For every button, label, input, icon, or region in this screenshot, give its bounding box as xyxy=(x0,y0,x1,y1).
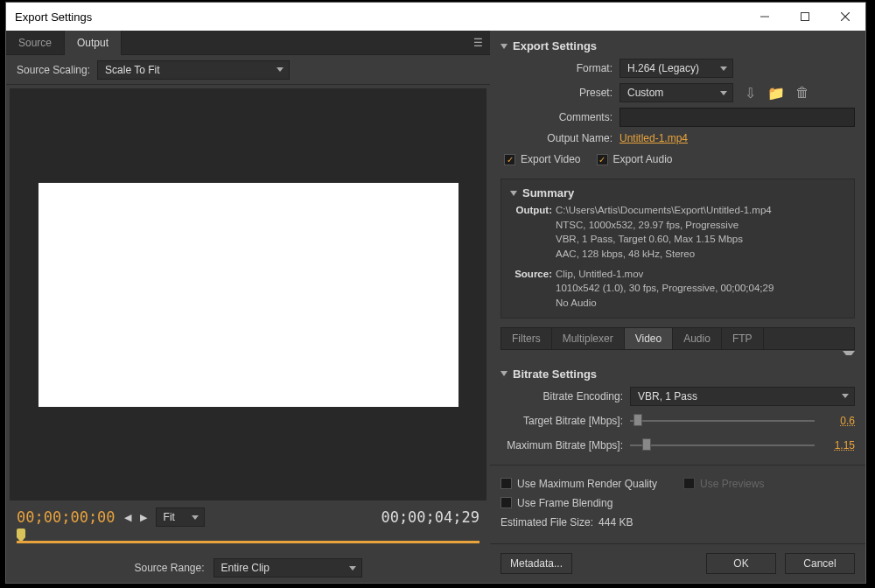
tab-multiplexer[interactable]: Multiplexer xyxy=(552,328,625,349)
footer: Metadata... OK Cancel xyxy=(490,543,865,583)
timecode-duration: 00;00;04;29 xyxy=(381,508,480,526)
comments-label: Comments: xyxy=(500,111,612,123)
tab-source[interactable]: Source xyxy=(6,31,65,55)
save-preset-icon[interactable]: ⇩ xyxy=(740,83,760,102)
summary-heading[interactable]: Summary xyxy=(510,186,845,203)
close-button[interactable] xyxy=(825,3,865,31)
cancel-button[interactable]: Cancel xyxy=(785,553,855,574)
preview-panel: Source Output ☰ Source Scaling: Scale To… xyxy=(6,31,490,583)
tab-video[interactable]: Video xyxy=(625,328,673,349)
format-dropdown[interactable]: H.264 (Legacy) xyxy=(620,59,733,78)
summary-output-path: C:\Users\Artis\Documents\Export\Untitled… xyxy=(556,203,845,218)
output-name-label: Output Name: xyxy=(500,132,612,144)
titlebar: Export Settings xyxy=(6,3,865,31)
export-settings-window: Export Settings Source Output ☰ Source S… xyxy=(5,2,866,584)
max-bitrate-slider[interactable] xyxy=(630,436,815,455)
preview-canvas xyxy=(38,183,458,407)
step-fwd-icon[interactable]: ▶ xyxy=(140,512,147,523)
source-scaling-label: Source Scaling: xyxy=(17,64,90,76)
tab-filters[interactable]: Filters xyxy=(501,328,552,349)
tab-ftp[interactable]: FTP xyxy=(722,328,764,349)
zoom-fit-dropdown[interactable]: Fit xyxy=(156,508,205,527)
summary-source: Clip, Untitled-1.mov xyxy=(556,267,845,282)
chevron-down-icon xyxy=(500,44,508,49)
scroll-up-icon[interactable] xyxy=(500,350,855,362)
use-previews-checkbox xyxy=(683,478,695,489)
bitrate-encoding-dropdown[interactable]: VBR, 1 Pass xyxy=(630,387,855,406)
summary-box: Summary Output:C:\Users\Artis\Documents\… xyxy=(500,178,855,318)
delete-preset-icon[interactable]: 🗑 xyxy=(793,83,812,102)
target-bitrate-label: Target Bitrate [Mbps]: xyxy=(500,415,623,427)
output-name-link[interactable]: Untitled-1.mp4 xyxy=(620,132,688,144)
max-bitrate-label: Maximum Bitrate [Mbps]: xyxy=(500,439,623,452)
minimize-button[interactable] xyxy=(745,3,785,31)
max-render-checkbox[interactable] xyxy=(500,478,512,489)
import-preset-icon[interactable]: 📁 xyxy=(766,83,786,102)
tab-output[interactable]: Output xyxy=(65,31,122,55)
format-label: Format: xyxy=(500,62,612,74)
maximize-button[interactable] xyxy=(785,3,825,31)
source-range-dropdown[interactable]: Entire Clip xyxy=(214,558,362,578)
export-audio-checkbox[interactable]: Export Audio xyxy=(597,150,673,169)
timecode-current[interactable]: 00;00;00;00 xyxy=(17,508,116,526)
export-video-checkbox[interactable]: Export Video xyxy=(504,150,581,169)
preview-area xyxy=(10,88,486,500)
chevron-down-icon xyxy=(500,371,508,376)
bitrate-encoding-label: Bitrate Encoding: xyxy=(500,390,623,402)
timeline-slider[interactable] xyxy=(6,530,490,553)
source-scaling-dropdown[interactable]: Scale To Fit xyxy=(97,60,290,80)
step-back-icon[interactable]: ◀ xyxy=(124,512,131,523)
target-bitrate-slider[interactable] xyxy=(630,411,815,430)
panel-menu-icon[interactable]: ☰ xyxy=(466,37,490,49)
settings-tabs: Filters Multiplexer Video Audio FTP xyxy=(500,327,855,350)
preset-dropdown[interactable]: Custom xyxy=(620,83,733,102)
est-filesize-value: 444 KB xyxy=(598,516,633,528)
source-range-label: Source Range: xyxy=(134,562,204,574)
preset-label: Preset: xyxy=(500,87,612,99)
export-settings-heading[interactable]: Export Settings xyxy=(500,36,855,56)
time-row: 00;00;00;00 ◀ ▶ Fit 00;00;04;29 xyxy=(6,504,490,530)
svg-rect-1 xyxy=(802,13,809,21)
metadata-button[interactable]: Metadata... xyxy=(500,553,572,574)
preview-tabs: Source Output ☰ xyxy=(6,31,490,55)
target-bitrate-value[interactable]: 0.6 xyxy=(822,415,855,427)
window-title: Export Settings xyxy=(15,10,92,24)
est-filesize-label: Estimated File Size: xyxy=(500,516,593,528)
tab-audio[interactable]: Audio xyxy=(673,328,722,349)
chevron-down-icon xyxy=(510,191,517,196)
ok-button[interactable]: OK xyxy=(706,553,776,574)
settings-panel: Export Settings Format: H.264 (Legacy) P… xyxy=(490,31,865,583)
frame-blending-checkbox[interactable] xyxy=(500,497,512,508)
max-bitrate-value[interactable]: 1.15 xyxy=(822,439,855,452)
comments-input[interactable] xyxy=(620,108,855,127)
bitrate-heading[interactable]: Bitrate Settings xyxy=(500,364,855,384)
